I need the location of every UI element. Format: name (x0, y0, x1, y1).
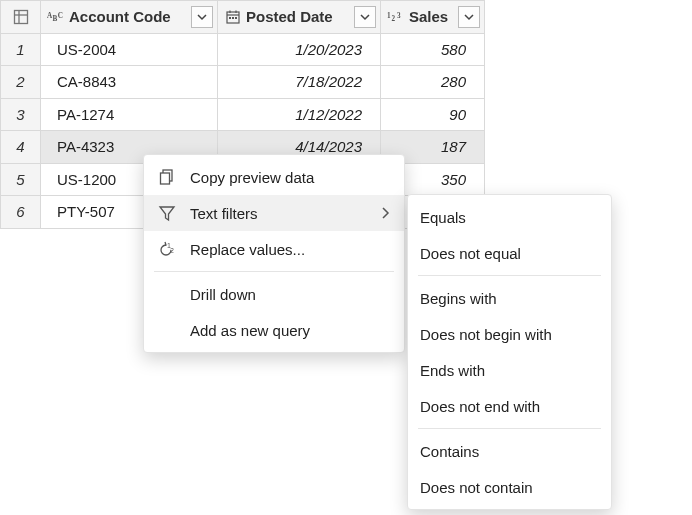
cell-account[interactable]: CA-8843 (41, 66, 218, 99)
menu-item-begins-with[interactable]: Begins with (408, 280, 611, 316)
replace-icon: 12 (156, 238, 178, 260)
row-number[interactable]: 2 (1, 66, 41, 99)
chevron-down-icon (360, 12, 370, 22)
menu-item-add-as-new-query[interactable]: Add as new query (144, 312, 404, 348)
svg-rect-11 (232, 17, 234, 19)
svg-rect-12 (235, 17, 237, 19)
row-number[interactable]: 6 (1, 196, 41, 229)
cell-sales[interactable]: 280 (381, 66, 485, 99)
svg-rect-17 (161, 173, 170, 184)
menu-item-text-filters[interactable]: Text filters (144, 195, 404, 231)
menu-item-label: Does not contain (420, 479, 533, 496)
menu-item-label: Replace values... (190, 241, 305, 258)
calendar-type-icon (224, 9, 242, 25)
copy-icon (156, 166, 178, 188)
column-filter-button-sales[interactable] (458, 6, 480, 28)
table-icon (1, 1, 40, 33)
menu-item-does-not-begin-with[interactable]: Does not begin with (408, 316, 611, 352)
chevron-right-icon (380, 207, 390, 219)
column-header-sales: 123 Sales (381, 1, 485, 34)
svg-text:B: B (52, 15, 57, 23)
number-type-icon: 123 (387, 9, 405, 25)
menu-item-label: Copy preview data (190, 169, 314, 186)
svg-text:2: 2 (392, 15, 396, 23)
svg-rect-10 (229, 17, 231, 19)
table-row[interactable]: 1 US-2004 1/20/2023 580 (1, 33, 485, 66)
menu-item-contains[interactable]: Contains (408, 433, 611, 469)
menu-item-does-not-contain[interactable]: Does not contain (408, 469, 611, 505)
svg-text:1: 1 (387, 12, 391, 20)
menu-item-label: Does not begin with (420, 326, 552, 343)
grid-corner-cell[interactable] (1, 1, 41, 34)
column-filter-button-account[interactable] (191, 6, 213, 28)
context-menu: Copy preview data Text filters 12 Replac… (143, 154, 405, 353)
menu-item-label: Begins with (420, 290, 497, 307)
chevron-down-icon (464, 12, 474, 22)
menu-item-label: Does not end with (420, 398, 540, 415)
column-header-account-code: ABC Account Code (41, 1, 218, 34)
menu-item-does-not-equal[interactable]: Does not equal (408, 235, 611, 271)
menu-item-copy-preview-data[interactable]: Copy preview data (144, 159, 404, 195)
cell-account[interactable]: PA-1274 (41, 98, 218, 131)
cell-sales[interactable]: 580 (381, 33, 485, 66)
menu-item-equals[interactable]: Equals (408, 199, 611, 235)
menu-item-label: Contains (420, 443, 479, 460)
menu-item-label: Does not equal (420, 245, 521, 262)
filter-icon (156, 202, 178, 224)
table-row[interactable]: 3 PA-1274 1/12/2022 90 (1, 98, 485, 131)
menu-item-label: Ends with (420, 362, 485, 379)
row-number[interactable]: 1 (1, 33, 41, 66)
cell-sales[interactable]: 90 (381, 98, 485, 131)
column-header-label[interactable]: Posted Date (246, 8, 333, 25)
menu-item-label: Equals (420, 209, 466, 226)
row-number[interactable]: 3 (1, 98, 41, 131)
cell-posted[interactable]: 7/18/2022 (218, 66, 381, 99)
menu-item-label: Text filters (190, 205, 258, 222)
column-header-posted-date: Posted Date (218, 1, 381, 34)
text-filters-submenu: Equals Does not equal Begins with Does n… (407, 194, 612, 510)
menu-item-label: Drill down (190, 286, 256, 303)
menu-item-label: Add as new query (190, 322, 310, 339)
svg-text:2: 2 (170, 247, 174, 254)
column-header-label[interactable]: Sales (409, 8, 448, 25)
menu-item-replace-values[interactable]: 12 Replace values... (144, 231, 404, 267)
row-number[interactable]: 5 (1, 163, 41, 196)
cell-posted[interactable]: 1/12/2022 (218, 98, 381, 131)
menu-item-ends-with[interactable]: Ends with (408, 352, 611, 388)
menu-separator (418, 428, 601, 429)
cell-posted[interactable]: 1/20/2023 (218, 33, 381, 66)
text-type-icon: ABC (47, 9, 65, 25)
menu-separator (418, 275, 601, 276)
row-number[interactable]: 4 (1, 131, 41, 164)
svg-rect-0 (14, 10, 27, 23)
cell-account[interactable]: US-2004 (41, 33, 218, 66)
svg-text:C: C (58, 12, 63, 20)
menu-separator (154, 271, 394, 272)
table-row[interactable]: 2 CA-8843 7/18/2022 280 (1, 66, 485, 99)
menu-item-does-not-end-with[interactable]: Does not end with (408, 388, 611, 424)
chevron-down-icon (197, 12, 207, 22)
menu-item-drill-down[interactable]: Drill down (144, 276, 404, 312)
svg-text:3: 3 (397, 12, 401, 20)
column-header-label[interactable]: Account Code (69, 8, 171, 25)
column-filter-button-posted[interactable] (354, 6, 376, 28)
